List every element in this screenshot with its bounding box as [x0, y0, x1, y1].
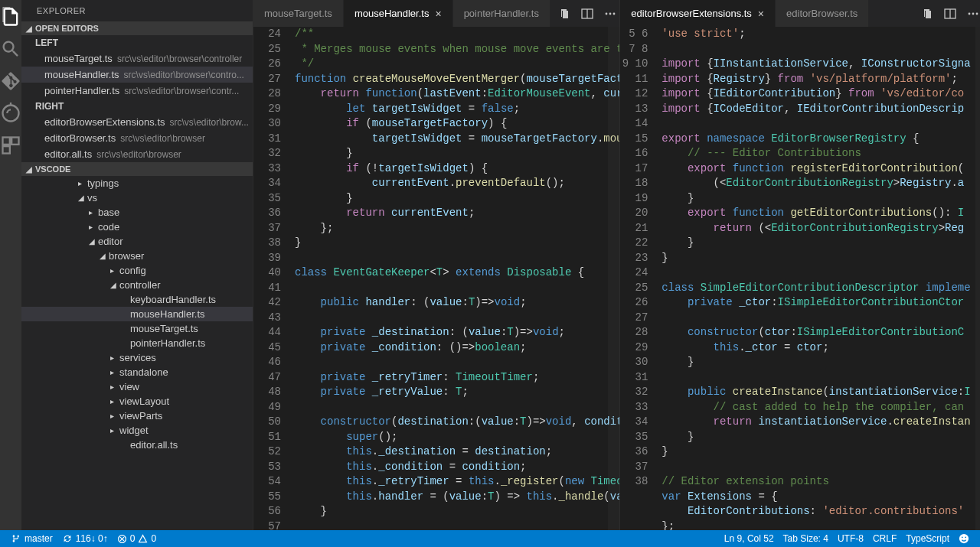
vscode-folder-header[interactable]: ◢VSCODE	[21, 162, 253, 176]
editor-group-left-label: LEFT	[21, 35, 253, 50]
tree-item[interactable]: ▸code	[21, 220, 253, 234]
feedback-icon[interactable]	[954, 533, 974, 544]
git-branch-status[interactable]: master	[6, 533, 57, 544]
svg-rect-4	[3, 146, 10, 153]
open-editor-item[interactable]: editorBrowserExtensions.tssrc\vs\editor\…	[21, 114, 253, 130]
svg-point-20	[965, 536, 966, 538]
split-icon[interactable]	[581, 8, 593, 20]
svg-rect-2	[3, 138, 10, 145]
svg-point-7	[606, 12, 608, 15]
editor-tab[interactable]: editorBrowserExtensions.ts×	[620, 0, 776, 27]
explorer-sidebar: EXPLORER ◢OPEN EDITORS LEFT mouseTarget.…	[21, 0, 253, 530]
tab-size-status[interactable]: Tab Size: 4	[779, 533, 833, 544]
svg-point-14	[975, 12, 978, 15]
debug-icon[interactable]	[0, 103, 21, 124]
svg-point-8	[609, 12, 612, 15]
git-icon[interactable]	[0, 70, 21, 92]
cursor-position-status[interactable]: Ln 9, Col 52	[720, 533, 779, 544]
tree-item[interactable]: editor.all.ts	[21, 438, 253, 452]
editor-group-right-label: RIGHT	[21, 99, 253, 114]
explorer-icon[interactable]	[0, 6, 21, 28]
tree-item[interactable]: ▸widget	[21, 423, 253, 438]
editor-area: mouseTarget.tsmouseHandler.ts×pointerHan…	[253, 0, 980, 530]
tree-item[interactable]: ◢editor	[21, 234, 253, 249]
editor-tab[interactable]: editorBrowser.ts	[776, 0, 869, 27]
svg-point-9	[613, 12, 616, 15]
open-editor-item[interactable]: editor.all.tssrc\vs\editor\browser	[21, 146, 253, 162]
tree-item[interactable]: ▸viewParts	[21, 409, 253, 423]
encoding-status[interactable]: UTF-8	[833, 533, 868, 544]
minimap-right[interactable]	[975, 27, 980, 530]
svg-point-12	[968, 12, 970, 15]
copy-icon[interactable]	[921, 8, 933, 20]
editor-group-left: mouseTarget.tsmouseHandler.ts×pointerHan…	[253, 0, 619, 530]
tree-item[interactable]: ▸viewLayout	[21, 394, 253, 409]
open-editor-item[interactable]: mouseHandler.tssrc\vs\editor\browser\con…	[21, 67, 253, 83]
editor-tab[interactable]: mouseHandler.ts×	[344, 0, 453, 27]
tab-bar-right: editorBrowserExtensions.ts×editorBrowser…	[620, 0, 980, 27]
split-icon[interactable]	[944, 8, 956, 20]
open-editor-item[interactable]: editorBrowser.tssrc\vs\editor\browser	[21, 130, 253, 146]
tree-item[interactable]: mouseHandler.ts	[21, 307, 253, 321]
close-icon[interactable]: ×	[435, 8, 441, 20]
code-editor-right[interactable]: 5 6 7 8 9 10 11 12 13 14 15 16 17 18 19 …	[620, 27, 980, 530]
more-icon[interactable]	[967, 8, 979, 20]
svg-rect-3	[11, 138, 18, 145]
tree-item[interactable]: ◢vs	[21, 190, 253, 205]
tree-item[interactable]: ▸config	[21, 263, 253, 278]
svg-point-18	[959, 534, 969, 543]
tree-item[interactable]: pointerHandler.ts	[21, 336, 253, 350]
tree-item[interactable]: ▸view	[21, 379, 253, 394]
svg-point-19	[962, 536, 963, 538]
copy-icon[interactable]	[558, 8, 570, 20]
svg-point-13	[972, 12, 974, 15]
open-editor-item[interactable]: pointerHandler.tssrc\vs\editor\browser\c…	[21, 83, 253, 99]
tree-item[interactable]: ▸base	[21, 205, 253, 220]
tree-item[interactable]: ◢browser	[21, 249, 253, 263]
svg-point-0	[3, 106, 19, 122]
tree-item[interactable]: keyboardHandler.ts	[21, 292, 253, 307]
status-bar: master 116↓ 0↑ 0 0 Ln 9, Col 52 Tab Size…	[0, 530, 980, 547]
search-icon[interactable]	[0, 38, 21, 60]
activity-bar	[0, 0, 21, 530]
problems-status[interactable]: 0 0	[113, 533, 161, 544]
extensions-icon[interactable]	[0, 135, 21, 156]
tree-item[interactable]: ▸services	[21, 350, 253, 365]
close-icon[interactable]: ×	[758, 8, 764, 20]
git-sync-status[interactable]: 116↓ 0↑	[57, 533, 113, 544]
open-editor-item[interactable]: mouseTarget.tssrc\vs\editor\browser\cont…	[21, 50, 253, 67]
tree-item[interactable]: mouseTarget.ts	[21, 321, 253, 336]
code-editor-left[interactable]: 24 25 26 27 28 29 30 31 32 33 34 35 36 3…	[253, 27, 619, 530]
tree-item[interactable]: ▸standalone	[21, 365, 253, 379]
editor-tab[interactable]: mouseTarget.ts	[253, 0, 344, 27]
eol-status[interactable]: CRLF	[868, 533, 901, 544]
more-icon[interactable]	[604, 8, 616, 20]
sidebar-title: EXPLORER	[21, 0, 253, 21]
open-editors-header[interactable]: ◢OPEN EDITORS	[21, 21, 253, 35]
tab-bar-left: mouseTarget.tsmouseHandler.ts×pointerHan…	[253, 0, 619, 27]
editor-group-right: editorBrowserExtensions.ts×editorBrowser…	[619, 0, 980, 530]
tree-item[interactable]: ◢controller	[21, 278, 253, 292]
minimap-left[interactable]	[608, 27, 619, 530]
language-status[interactable]: TypeScript	[901, 533, 954, 544]
editor-tab[interactable]: pointerHandler.ts	[453, 0, 550, 27]
tree-item[interactable]: ▸typings	[21, 176, 253, 190]
